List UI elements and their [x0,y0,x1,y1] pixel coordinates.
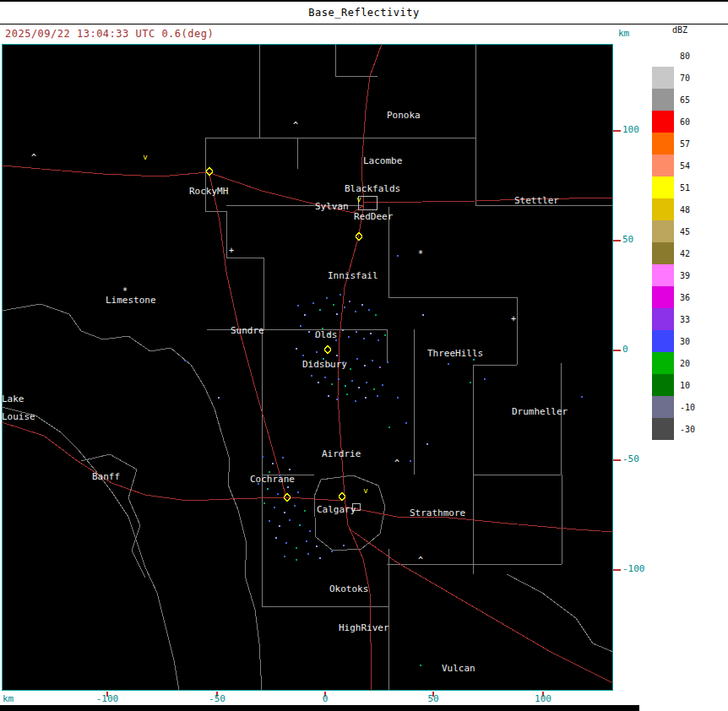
city-label: Didsbury [302,359,347,370]
map-point-symbol: * [418,249,423,258]
radar-echo-pixel [397,397,399,399]
radar-echo-pixel [379,366,381,368]
legend-value-label: 45 [680,227,690,236]
radar-map-canvas[interactable]: ^^^^++**vvvPonokaLacombeBlackfaldsSylvan… [2,44,613,691]
county-boundary-line [335,44,378,76]
radar-echo-pixel [319,309,321,311]
highway-line [2,422,286,501]
radar-echo-pixel [285,542,287,544]
radar-echo-pixel [363,338,365,339]
radar-echo-pixel [326,297,328,299]
radar-echo-pixel [267,488,269,490]
city-label: HighRiver [339,622,389,633]
radar-application-window: Base_Reflectivity 2025/09/22 13:04:33 UT… [0,0,728,711]
radar-echo-pixel [324,377,326,378]
city-label: Lacombe [363,155,402,166]
radar-echo-pixel [410,460,411,462]
radar-map-display[interactable]: ^^^^++**vvvPonokaLacombeBlackfaldsSylvan… [2,44,613,691]
radar-echo-pixel [336,399,338,400]
right-axis-tick [613,240,621,242]
city-label: Strathmore [410,507,465,518]
city-label: Okotoks [329,583,368,594]
radar-echo-pixel [581,396,583,398]
radar-echo-pixel [361,304,363,306]
legend-color-swatch [652,242,674,264]
radar-echo-pixel [306,540,307,542]
legend-value-label: 60 [680,117,690,127]
radar-echo-pixel [333,304,334,306]
right-axis-tick [613,459,621,461]
legend-color-swatch [652,264,674,286]
county-boundary-line [205,138,226,258]
radar-echo-pixel [484,378,486,380]
city-label: Lake [2,393,24,404]
radar-echo-pixel [328,395,329,397]
radar-echo-pixel [297,305,299,307]
legend-entry: 45 [652,220,726,242]
map-point-symbol: ^ [293,121,298,130]
radar-echo-pixel [296,348,297,350]
city-label: Ponoka [387,110,421,121]
radar-echo-pixel [304,314,306,316]
radar-echo-pixel [262,456,263,458]
legend-color-swatch [652,352,674,374]
legend-color-swatch [652,374,674,396]
right-axis-tick [613,350,621,351]
legend-value-label: 48 [680,205,690,214]
radar-echo-pixel [388,426,390,428]
county-boundary-line [507,574,613,652]
legend-color-swatch [652,220,674,242]
radar-echo-pixel [340,294,341,296]
radar-echo-pixel [309,530,311,532]
radar-echo-pixel [356,358,358,360]
legend-color-swatch [652,198,674,220]
radar-echo-pixel [331,383,333,385]
legend-entry: 42 [652,242,726,264]
highway-line [364,198,613,203]
radar-echo-pixel [405,422,407,424]
radar-echo-pixel [448,363,449,365]
city-label: ThreeHills [427,348,483,359]
legend-color-swatch [652,396,674,418]
bottom-black-strip [0,705,639,711]
radar-echo-pixel [378,339,379,341]
legend-color-swatch [652,308,674,330]
bottom-axis-tick-label: -100 [90,693,124,704]
radar-echo-pixel [355,311,356,312]
radar-echo-pixel [372,360,373,361]
legend-entry: 80 [652,45,726,67]
right-axis-tick [613,569,621,571]
bottom-axis-tick-label: 50 [416,693,450,704]
legend-value-label: -30 [680,425,695,434]
radar-echo-pixel [318,382,319,383]
radar-echo-pixel [284,512,285,513]
radar-echo-pixel [375,314,377,316]
legend-entry: 51 [652,176,726,198]
radar-echo-pixel [308,331,310,333]
legend-value-label: -10 [680,403,695,412]
radar-echo-pixel [368,309,370,311]
legend-value-label: 33 [680,315,690,324]
city-label: Olds [315,329,338,340]
radar-echo-pixel [336,313,338,315]
radar-echo-pixel [279,525,280,527]
legend-value-label: 65 [680,95,690,105]
radar-echo-pixel [336,355,338,356]
legend-color-swatch [652,45,674,67]
chevron-marker-icon: v [363,486,367,495]
legend-value-label: 51 [680,183,690,193]
radar-echo-pixel [397,255,399,257]
map-point-symbol: ^ [31,153,36,162]
legend-color-swatch [652,155,674,176]
city-label: RedDeer [354,211,394,222]
radar-echo-pixel [294,505,296,507]
bottom-axis-tick-label: 100 [526,693,560,704]
legend-value-label: 39 [680,271,690,280]
county-boundary-line [226,258,263,329]
radar-echo-pixel [350,368,351,370]
radar-echo-pixel [356,331,357,333]
radar-echo-pixel [312,302,314,304]
right-axis-tick [613,130,621,132]
radar-echo-pixel [296,559,297,561]
city-label: Drumheller [512,406,568,417]
